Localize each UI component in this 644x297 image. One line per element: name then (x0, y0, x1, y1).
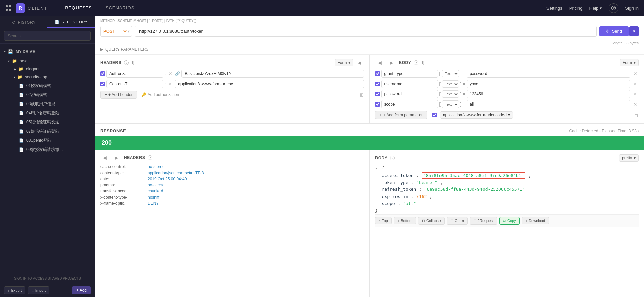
body-param-del-1[interactable]: ✕ (632, 81, 639, 87)
apps-grid-icon[interactable] (5, 5, 12, 11)
chat-icon[interactable] (609, 3, 618, 13)
add-button[interactable]: + Add (72, 286, 91, 294)
content-area: METHOD SCHEME :// HOST [ ':' PORT ] [ PA… (95, 16, 644, 297)
body-param-key-3[interactable] (381, 100, 438, 108)
header-checkbox-1[interactable] (100, 82, 105, 86)
header-value-1[interactable] (175, 80, 364, 88)
panel-right-toggle-right[interactable]: ▶ (387, 59, 396, 66)
body-param-del-0[interactable]: ✕ (632, 71, 639, 76)
add-param-button[interactable]: + + Add form parameter (375, 111, 427, 119)
settings-link[interactable]: Settings (546, 6, 562, 11)
body-param-type-0[interactable]: Text (442, 70, 459, 77)
headers-panel-header: HEADERS ? ⇅ Form ▾ ◀ (100, 59, 364, 66)
body-param-type-1[interactable]: Text (442, 80, 459, 88)
sidebar-tab-repository[interactable]: 📄 REPOSITORY (47, 16, 95, 28)
response-pretty-dropdown[interactable]: pretty ▾ (619, 154, 639, 162)
header-delete-1[interactable]: ✕ (167, 81, 174, 87)
folder-elegant[interactable]: ▶ 📁 elegant (0, 65, 95, 73)
file-item[interactable]: 📄 07短信验证码登陆 (0, 127, 95, 136)
header-key-1[interactable] (106, 80, 163, 88)
body-param-key-2[interactable] (381, 90, 438, 98)
body-param-del-3[interactable]: ✕ (632, 101, 639, 107)
body-info-icon[interactable]: ? (414, 60, 418, 65)
file-item[interactable]: 📄 05短信验证码发送 (0, 118, 95, 127)
body-param-checkbox-2[interactable] (375, 92, 380, 96)
body-param-value-1[interactable] (467, 80, 630, 88)
link-icon-0[interactable]: 🔗 (175, 71, 180, 76)
equals-sign: = (463, 92, 465, 96)
body-param-value-0[interactable] (467, 70, 630, 78)
header-delete-0[interactable]: ✕ (167, 71, 174, 76)
body-param-type-2[interactable]: Text (442, 90, 459, 98)
export-button[interactable]: ↑ Export (4, 286, 25, 294)
body-param-key-0[interactable] (381, 70, 438, 78)
bottom-button[interactable]: ↓ Bottom (394, 217, 416, 224)
main-nav-tabs: REQUESTS SCENARIOS (58, 0, 141, 16)
header-key-0[interactable] (106, 70, 163, 78)
panel-rright-toggle[interactable]: ▶ (112, 154, 121, 161)
body-param-checkbox-1[interactable] (375, 82, 380, 86)
send-dropdown-button[interactable]: ▾ (629, 26, 639, 36)
file-item[interactable]: 📄 04用户名密码登陆 (0, 109, 95, 118)
help-button[interactable]: Help ▾ (589, 6, 602, 11)
sidebar-tab-history[interactable]: ⏱ HISTORY (0, 16, 47, 28)
my-drive-header[interactable]: ▾ 💾 MY DRIVE ⋯ (0, 46, 95, 57)
panel-rleft-toggle[interactable]: ◀ (100, 154, 109, 161)
body-param-type-3[interactable]: Text (442, 100, 459, 108)
body-trash-icon[interactable]: 🗑 (634, 112, 639, 118)
tab-scenarios[interactable]: SCENARIOS (99, 0, 142, 16)
body-param-value-3[interactable] (467, 100, 630, 108)
body-param-row-0: [ Text ] = ✕ (375, 70, 639, 78)
body-param-value-2[interactable] (467, 90, 630, 98)
body-param-key-1[interactable] (381, 80, 438, 88)
response-headers-info-icon[interactable]: ? (148, 155, 152, 160)
to-request-button[interactable]: ⊞ 2Request (470, 217, 497, 225)
top-button[interactable]: ↑ Top (375, 217, 392, 224)
headers-info-icon[interactable]: ? (124, 60, 129, 65)
file-item[interactable]: 📄 09拿授权码请求微... (0, 145, 95, 154)
body-param-checkbox-3[interactable] (375, 102, 380, 107)
headers-sort-icon[interactable]: ⇅ (131, 60, 135, 65)
json-line-token-type: token_type : "bearer" , (382, 179, 639, 186)
query-params-toggle[interactable]: ▶ QUERY PARAMETERS (95, 46, 644, 54)
encoding-checkbox[interactable] (432, 113, 437, 117)
open-button[interactable]: ⊞ Open (447, 217, 468, 225)
body-form-dropdown[interactable]: Form ▾ (620, 59, 639, 66)
add-auth-button[interactable]: 🔑 Add authorization (141, 92, 179, 97)
file-item[interactable]: 📄 01授权码模式 (0, 81, 95, 90)
add-header-button[interactable]: + + Add header (100, 91, 137, 99)
file-item[interactable]: 📄 080penId登陆 (0, 136, 95, 145)
folder-nrsc[interactable]: ▾ 📁 nrsc (0, 57, 95, 65)
method-select[interactable]: POST GET PUT DELETE ▾ (100, 26, 132, 37)
download-button[interactable]: ↓ Download (522, 217, 549, 224)
body-param-checkbox-0[interactable] (375, 71, 380, 76)
pricing-link[interactable]: Pricing (569, 6, 583, 11)
send-button[interactable]: ✈ Send (599, 26, 629, 36)
url-input[interactable] (135, 26, 596, 36)
response-header-line: transfer-encodi... chunked (100, 189, 364, 193)
headers-form-dropdown[interactable]: Form ▾ (335, 59, 353, 66)
trash-icon[interactable]: 🗑 (359, 92, 364, 97)
file-item[interactable]: 📄 02密码模式 (0, 90, 95, 99)
tab-requests[interactable]: REQUESTS (58, 0, 99, 16)
folder-icon: 📁 (17, 75, 22, 79)
folder-icon: 📁 (18, 67, 23, 71)
copy-button[interactable]: ⧉ Copy (499, 217, 520, 225)
panel-right-toggle-left[interactable]: ◀ (375, 59, 384, 66)
method-dropdown[interactable]: POST GET PUT DELETE (101, 26, 128, 36)
response-header: RESPONSE Cache Detected - Elapsed Time: … (95, 124, 644, 136)
panel-left-toggle[interactable]: ◀ (355, 59, 364, 66)
collapse-button[interactable]: ⊟ Collapse (418, 217, 445, 225)
signin-button[interactable]: Sign in (625, 6, 639, 11)
response-body-info-icon[interactable]: ? (390, 156, 395, 160)
encoding-dropdown[interactable]: application/x-www-form-urlencoded ▾ (440, 111, 513, 119)
header-value-0[interactable] (181, 70, 364, 78)
header-checkbox-0[interactable] (100, 71, 105, 76)
body-sort-icon[interactable]: ⇅ (421, 60, 425, 65)
body-param-del-2[interactable]: ✕ (632, 91, 639, 97)
import-button[interactable]: ↓ Import (28, 286, 49, 294)
folder-security-app[interactable]: ▾ 📁 security-app (0, 73, 95, 81)
search-input[interactable] (4, 31, 91, 41)
json-collapse-arrow[interactable]: ▾ (375, 166, 378, 171)
file-item[interactable]: 📄 03获取用户信息 (0, 99, 95, 109)
